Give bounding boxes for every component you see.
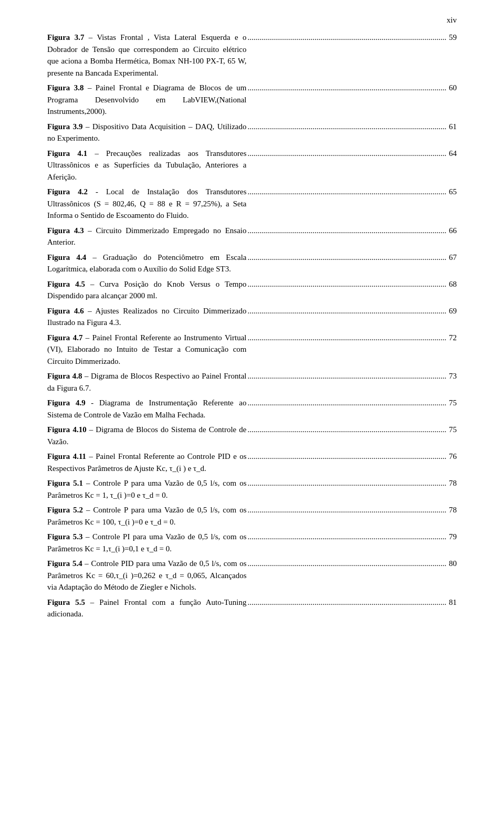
entry-page-fig4_1: 64 — [449, 148, 457, 160]
entry-text-fig3_8: Figura 3.8 – Painel Frontal e Diagrama d… — [47, 82, 247, 118]
entry-dots-fig5_1: ........................................… — [247, 477, 447, 489]
entry-text-fig4_9: Figura 4.9 - Diagrama de Instrumentação … — [47, 397, 247, 421]
toc-entry-fig4_10: Figura 4.10 – Digrama de Blocos do Siste… — [47, 424, 457, 447]
toc-entry-fig4_8: Figura 4.8 – Digrama de Blocos Respectiv… — [47, 370, 457, 394]
entry-dots-fig4_7: ........................................… — [247, 332, 447, 344]
toc-entry-fig4_5: Figura 4.5 – Curva Posição do Knob Versu… — [47, 278, 457, 302]
toc-entry-fig4_6: Figura 4.6 – Ajustes Realizados no Circu… — [47, 305, 457, 329]
toc-entry-fig5_2: Figura 5.2 – Controle P para uma Vazão d… — [47, 504, 457, 528]
entry-text-fig4_4: Figura 4.4 – Graduação do Potenciômetro … — [47, 252, 247, 275]
entry-dots-fig4_11: ........................................… — [247, 451, 447, 463]
entry-text-fig5_1: Figura 5.1 – Controle P para uma Vazão d… — [47, 477, 247, 501]
toc-entry-fig3_9: Figura 3.9 – Dispositivo Data Acquisitio… — [47, 121, 457, 144]
entry-dots-fig3_9: ........................................… — [247, 121, 447, 133]
toc-entry-fig5_4: Figura 5.4 – Controle PID para uma Vazão… — [47, 558, 457, 593]
toc-entry-fig4_2: Figura 4.2 - Local de Instalação dos Tra… — [47, 186, 457, 222]
toc-entry-fig4_3: Figura 4.3 – Circuito Dimmerizado Empreg… — [47, 225, 457, 248]
entry-page-fig4_7: 72 — [449, 332, 457, 344]
entry-text-fig4_8: Figura 4.8 – Digrama de Blocos Respectiv… — [47, 370, 247, 394]
entry-text-fig4_10: Figura 4.10 – Digrama de Blocos do Siste… — [47, 424, 247, 447]
entry-dots-fig5_2: ........................................… — [247, 504, 447, 516]
toc-entry-fig5_3: Figura 5.3 – Controle PI para uma Vazão … — [47, 531, 457, 554]
toc-entry-fig4_7: Figura 4.7 – Painel Frontal Referente ao… — [47, 332, 457, 368]
entry-dots-fig5_3: ........................................… — [247, 531, 447, 543]
entry-page-fig3_8: 60 — [449, 82, 457, 94]
entry-dots-fig4_5: ........................................… — [247, 278, 447, 290]
entry-text-fig3_7: Figura 3.7 – Vistas Frontal , Vista Late… — [47, 32, 247, 79]
entry-text-fig5_3: Figura 5.3 – Controle PI para uma Vazão … — [47, 531, 247, 554]
entry-text-fig4_7: Figura 4.7 – Painel Frontal Referente ao… — [47, 332, 247, 368]
toc-entries: Figura 3.7 – Vistas Frontal , Vista Late… — [47, 32, 457, 620]
toc-entry-fig4_1: Figura 4.1 – Precauções realizadas aos T… — [47, 148, 457, 183]
entry-dots-fig4_1: ........................................… — [247, 148, 447, 160]
entry-dots-fig4_6: ........................................… — [247, 305, 447, 317]
page-number: xiv — [447, 16, 457, 25]
entry-page-fig4_2: 65 — [449, 186, 457, 198]
entry-page-fig5_3: 79 — [449, 531, 457, 543]
entry-text-fig5_2: Figura 5.2 – Controle P para uma Vazão d… — [47, 504, 247, 528]
toc-entry-fig3_8: Figura 3.8 – Painel Frontal e Diagrama d… — [47, 82, 457, 118]
entry-page-fig4_5: 68 — [449, 278, 457, 290]
entry-text-fig5_5: Figura 5.5 – Painel Frontal com a função… — [47, 596, 247, 620]
entry-dots-fig4_10: ........................................… — [247, 424, 447, 436]
entry-page-fig4_3: 66 — [449, 225, 457, 237]
entry-text-fig4_11: Figura 4.11 – Painel Frontal Referente a… — [47, 451, 247, 474]
entry-dots-fig4_3: ........................................… — [247, 225, 447, 237]
entry-page-fig4_8: 73 — [449, 370, 457, 382]
entry-dots-fig4_8: ........................................… — [247, 370, 447, 382]
entry-page-fig4_10: 75 — [449, 424, 457, 436]
entry-page-fig3_7: 59 — [449, 32, 457, 44]
entry-page-fig5_2: 78 — [449, 504, 457, 516]
entry-text-fig5_4: Figura 5.4 – Controle PID para uma Vazão… — [47, 558, 247, 593]
entry-page-fig5_4: 80 — [449, 558, 457, 570]
entry-text-fig4_6: Figura 4.6 – Ajustes Realizados no Circu… — [47, 305, 247, 329]
entry-dots-fig3_7: ........................................… — [247, 32, 447, 44]
entry-dots-fig4_2: ........................................… — [247, 186, 447, 198]
entry-page-fig4_9: 75 — [449, 397, 457, 409]
toc-entry-fig5_5: Figura 5.5 – Painel Frontal com a função… — [47, 596, 457, 620]
entry-dots-fig5_4: ........................................… — [247, 558, 447, 570]
entry-page-fig5_5: 81 — [449, 596, 457, 609]
entry-dots-fig5_5: ........................................… — [247, 596, 447, 609]
entry-dots-fig4_4: ........................................… — [247, 252, 447, 264]
entry-text-fig4_2: Figura 4.2 - Local de Instalação dos Tra… — [47, 186, 247, 222]
entry-page-fig4_11: 76 — [449, 451, 457, 463]
entry-text-fig4_5: Figura 4.5 – Curva Posição do Knob Versu… — [47, 278, 247, 302]
toc-entry-fig5_1: Figura 5.1 – Controle P para uma Vazão d… — [47, 477, 457, 501]
entry-dots-fig4_9: ........................................… — [247, 397, 447, 409]
toc-entry-fig4_11: Figura 4.11 – Painel Frontal Referente a… — [47, 451, 457, 474]
entry-page-fig3_9: 61 — [449, 121, 457, 133]
toc-entry-fig3_7: Figura 3.7 – Vistas Frontal , Vista Late… — [47, 32, 457, 79]
entry-page-fig4_4: 67 — [449, 252, 457, 264]
entry-dots-fig3_8: ........................................… — [247, 82, 447, 94]
toc-entry-fig4_4: Figura 4.4 – Graduação do Potenciômetro … — [47, 252, 457, 275]
entry-text-fig3_9: Figura 3.9 – Dispositivo Data Acquisitio… — [47, 121, 247, 144]
toc-entry-fig4_9: Figura 4.9 - Diagrama de Instrumentação … — [47, 397, 457, 421]
entry-text-fig4_3: Figura 4.3 – Circuito Dimmerizado Empreg… — [47, 225, 247, 248]
entry-text-fig4_1: Figura 4.1 – Precauções realizadas aos T… — [47, 148, 247, 183]
entry-page-fig4_6: 69 — [449, 305, 457, 317]
entry-page-fig5_1: 78 — [449, 477, 457, 489]
